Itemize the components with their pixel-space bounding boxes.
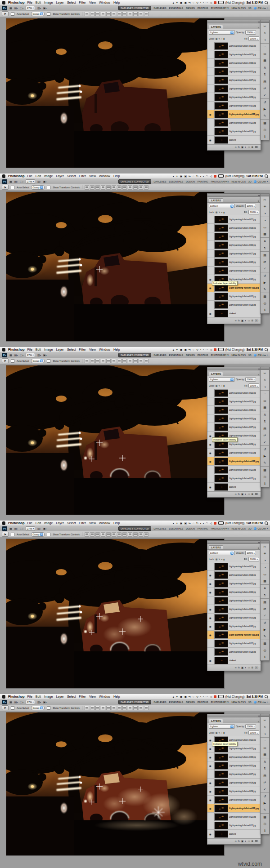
align-icon-6[interactable] [117, 359, 122, 363]
auto-select-checkbox[interactable] [11, 186, 14, 189]
layer-visibility-toggle[interactable] [207, 804, 213, 812]
layer-style-icon[interactable]: fx [238, 667, 240, 669]
workspace-button-6[interactable]: NEW IN CS 5 [232, 701, 246, 703]
delete-layer-icon[interactable]: ⌦ [255, 667, 258, 669]
layer-visibility-toggle[interactable] [207, 483, 213, 491]
workspace-button-1[interactable]: DARLENES [154, 7, 166, 9]
align-icon-3[interactable] [101, 185, 105, 190]
layer-row[interactable]: Light-painting-fullsize-009.jpg [207, 787, 261, 796]
layer-row[interactable]: darkest [207, 656, 261, 665]
align-icon-4[interactable] [106, 359, 111, 363]
menu-window[interactable]: Window [99, 521, 110, 525]
layer-row[interactable]: Light-painting-fullsize-006.jpg [207, 414, 261, 423]
auto-select-target-select[interactable]: Group⇅ [31, 359, 45, 363]
auto-select-checkbox[interactable] [11, 12, 14, 16]
adjustment-layer-icon[interactable]: ◐ [245, 667, 246, 669]
layer-visibility-toggle[interactable] [207, 466, 213, 474]
align-icon-2[interactable] [95, 706, 100, 710]
circle-outline-icon[interactable]: ◌ [193, 695, 194, 698]
layer-group-icon[interactable]: ▭ [248, 493, 250, 496]
adjustment-layer-icon[interactable]: ◐ [245, 146, 246, 149]
blend-mode-select[interactable]: Lighten⇅ [209, 204, 235, 208]
paths-panel-icon[interactable]: ✓ [261, 786, 269, 792]
layer-thumbnail[interactable] [214, 267, 228, 275]
layer-row[interactable]: Light-painting-fullsize-013.jpg [207, 648, 261, 656]
styles-panel-icon[interactable]: ◑ [261, 36, 269, 43]
spotlight-search-icon[interactable] [265, 174, 268, 178]
menu-view[interactable]: View [89, 695, 96, 698]
layer-visibility-toggle[interactable] [207, 224, 213, 232]
menu-edit[interactable]: Edit [36, 174, 41, 178]
zoom-tool-icon[interactable]: ⬚▾ [20, 180, 23, 183]
tool-presets-panel-icon[interactable]: ✎ [261, 112, 269, 119]
clone-source-panel-icon[interactable]: ◎ [261, 126, 269, 133]
workspace-button-2[interactable]: ESSENTIALS [169, 7, 183, 9]
layers-icon-panel-icon[interactable]: ▤ [261, 772, 269, 779]
align-icon-3[interactable] [101, 359, 105, 363]
layer-thumbnail[interactable] [214, 119, 228, 127]
paths-panel-icon[interactable]: ✓ [261, 92, 269, 98]
swatches-panel-icon[interactable]: ☀ [261, 724, 269, 730]
zoom-level-select[interactable]: 27%▾ [26, 526, 35, 531]
workspace-button-4[interactable]: PAINTING [198, 701, 208, 703]
layer-thumbnail[interactable] [214, 310, 228, 317]
lock-buttons[interactable]: ▦✎+▮ [216, 731, 225, 734]
app-box-1-icon[interactable]: ▣ [180, 522, 183, 525]
workspace-button-6[interactable]: NEW IN CS 5 [232, 7, 246, 9]
histogram-panel-icon[interactable]: ▦ [261, 751, 269, 758]
masks-panel-icon[interactable]: ▭ [261, 224, 269, 231]
zoom-tool-icon[interactable]: ⬚▾ [20, 6, 23, 9]
history-panel-icon[interactable]: ↺ [261, 272, 269, 279]
masks-panel-icon[interactable]: ▭ [261, 397, 269, 404]
layer-row[interactable]: Light-painting-fullsize-005.jpg [207, 232, 261, 241]
app-menu-photoshop[interactable]: Photoshop [8, 174, 25, 178]
layer-thumbnail[interactable] [214, 648, 228, 656]
spotlight-search-icon[interactable] [265, 1, 268, 4]
layer-row[interactable]: Light-painting-fullsize-011.jpg [207, 457, 261, 466]
notification-icon[interactable]: ▴ [173, 1, 174, 4]
adobe-update-red-icon[interactable] [214, 522, 216, 525]
workspace-button-1[interactable]: DARLENES [154, 701, 166, 703]
workspace-button-3[interactable]: DESIGN [186, 701, 195, 703]
layer-visibility-toggle[interactable] [207, 796, 213, 804]
character-panel-icon[interactable]: A [261, 584, 269, 592]
paragraph-panel-icon[interactable]: ¶ [261, 418, 269, 425]
opacity-value-select[interactable]: 100%▸ [245, 377, 256, 382]
layer-row[interactable]: Light-painting-fullsize-005.jpg [207, 753, 261, 761]
layer-visibility-toggle[interactable] [207, 423, 213, 431]
workspace-button-4[interactable]: PAINTING [198, 527, 208, 530]
layer-row[interactable]: Light-painting-fullsize-012.jpg [207, 292, 261, 301]
layer-row[interactable]: Light-painting-fullsize-012.jpg [207, 119, 261, 127]
workspace-button-0[interactable]: DARLENE'S CORRECTED [118, 6, 151, 10]
layer-visibility-toggle[interactable] [207, 267, 213, 275]
clone-source-panel-icon[interactable]: ◎ [261, 300, 269, 307]
channels-panel-icon[interactable]: ⇄ [261, 779, 269, 786]
app-menu-photoshop[interactable]: Photoshop [8, 521, 25, 525]
notification-icon[interactable]: ▴ [173, 175, 174, 178]
menu-filter[interactable]: Filter [79, 1, 86, 4]
volume-icon[interactable]: ◁ [210, 695, 212, 698]
auto-select-target-select[interactable]: Group⇅ [31, 532, 45, 537]
layer-row[interactable]: Light-painting-fullsize-007.jpg [207, 596, 261, 605]
move-tool-icon[interactable]: ➤ [2, 185, 9, 190]
layer-thumbnail[interactable] [214, 623, 228, 630]
menu-view[interactable]: View [89, 348, 96, 351]
layer-row[interactable]: Light-painting-fullsize-008.jpg [207, 258, 261, 267]
menu-file[interactable]: File [27, 1, 32, 4]
fill-value-select[interactable]: 100%▸ [248, 36, 259, 41]
canvas-image[interactable] [6, 365, 225, 515]
volume-icon[interactable]: ◁ [210, 348, 212, 351]
adobe-update-red-icon[interactable] [214, 348, 216, 351]
align-icon-6[interactable] [117, 706, 122, 710]
apple-menu-icon[interactable] [2, 695, 5, 699]
workspace-button-2[interactable]: ESSENTIALS [169, 527, 183, 530]
bridge-icon[interactable]: ▦ [9, 6, 12, 9]
masks-panel-icon[interactable]: ▭ [261, 744, 269, 751]
align-icon-9[interactable] [133, 185, 138, 190]
layer-row[interactable]: Light-painting-fullsize-003.jpg [207, 50, 261, 59]
menu-edit[interactable]: Edit [36, 695, 41, 698]
layer-thumbnail[interactable] [214, 59, 228, 67]
fill-value-select[interactable]: 100%▸ [248, 383, 259, 388]
workspace-button-1[interactable]: DARLENES [154, 354, 166, 356]
info-panel-icon[interactable]: ℹ [261, 654, 269, 660]
